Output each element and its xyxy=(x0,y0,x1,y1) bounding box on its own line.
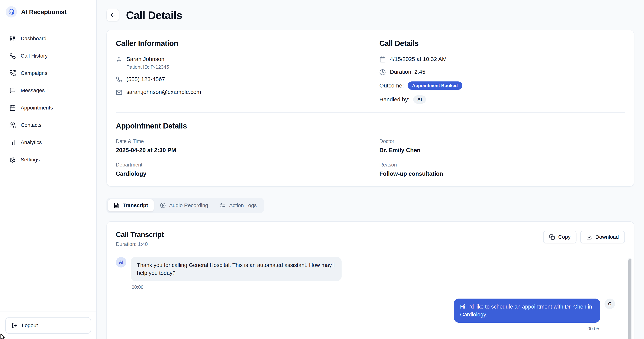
call-duration: Duration: 2:45 xyxy=(390,69,425,75)
back-button[interactable] xyxy=(106,9,119,22)
field-label: Date & Time xyxy=(116,138,361,144)
ai-avatar: AI xyxy=(116,257,126,268)
field-label: Department xyxy=(116,162,361,168)
call-details-card: Caller Information Sarah Johnson Patient… xyxy=(106,30,634,186)
caller-information-section: Caller Information Sarah Johnson Patient… xyxy=(116,39,361,109)
download-icon xyxy=(586,234,592,240)
sidebar-item-messages[interactable]: Messages xyxy=(4,83,92,98)
arrow-left-icon xyxy=(110,12,116,18)
handled-by-badge: AI xyxy=(413,96,426,104)
phone-icon xyxy=(10,53,16,59)
tab-transcript[interactable]: Transcript xyxy=(108,200,154,212)
tab-label: Audio Recording xyxy=(169,202,208,208)
sidebar-item-label: Settings xyxy=(21,157,40,163)
transcript-messages: AI Thank you for calling General Hospita… xyxy=(116,257,625,339)
copy-button[interactable]: Copy xyxy=(543,231,576,244)
sidebar-item-label: Contacts xyxy=(21,122,42,128)
call-details-heading: Call Details xyxy=(379,39,625,48)
mouse-cursor xyxy=(0,333,6,339)
calendar-icon xyxy=(379,56,386,63)
appointment-field-datetime: Date & Time 2025-04-20 at 2:30 PM xyxy=(116,138,361,154)
call-duration-row: Duration: 2:45 xyxy=(379,69,625,76)
logout-icon xyxy=(12,322,18,328)
transcript-duration: Duration: 1:40 xyxy=(116,241,164,247)
card-divider xyxy=(116,112,625,113)
headset-icon xyxy=(8,9,14,15)
message-ai-1: AI Thank you for calling General Hospita… xyxy=(116,257,615,290)
calendar-icon xyxy=(10,104,16,111)
field-value: Follow-up consultation xyxy=(379,170,625,177)
tab-audio-recording[interactable]: Audio Recording xyxy=(154,200,214,212)
sidebar-item-label: Campaigns xyxy=(21,70,48,76)
sidebar-item-label: Messages xyxy=(21,88,45,94)
sidebar-item-call-history[interactable]: Call History xyxy=(4,48,92,64)
handled-by-row: Handled by: AI xyxy=(379,96,625,104)
outcome-label: Outcome: xyxy=(379,82,404,89)
app-title: AI Receptionist xyxy=(21,8,66,16)
tab-bar: Transcript Audio Recording Action Logs xyxy=(106,198,264,213)
appointment-field-department: Department Cardiology xyxy=(116,162,361,177)
page-title: Call Details xyxy=(126,9,182,22)
main-content: Call Details Caller Information Sarah Jo… xyxy=(97,0,644,339)
message-timestamp: 00:05 xyxy=(454,326,600,332)
sidebar-item-campaigns[interactable]: Campaigns xyxy=(4,66,92,81)
patient-id: Patient ID: P-12345 xyxy=(126,64,169,70)
transcript-scrollbar[interactable] xyxy=(628,258,632,339)
message-square-icon xyxy=(10,87,16,94)
download-label: Download xyxy=(595,234,619,240)
scrollbar-thumb[interactable] xyxy=(628,259,632,339)
message-timestamp: 00:00 xyxy=(131,284,342,290)
sidebar-nav: Dashboard Call History Campaigns Message… xyxy=(0,24,96,174)
list-checks-icon xyxy=(220,202,226,208)
caller-avatar: C xyxy=(604,298,615,309)
message-bubble: Thank you for calling General Hospital. … xyxy=(131,257,342,281)
copy-icon xyxy=(549,234,555,240)
phone-icon xyxy=(116,76,122,83)
call-details-section: Call Details 4/15/2025 at 10:32 AM Durat… xyxy=(379,39,625,109)
sidebar-item-label: Call History xyxy=(21,53,48,59)
mail-icon xyxy=(116,89,122,96)
caller-email: sarah.johnson@example.com xyxy=(126,89,201,95)
play-circle-icon xyxy=(160,202,166,208)
sidebar-item-appointments[interactable]: Appointments xyxy=(4,100,92,116)
field-label: Doctor xyxy=(379,138,625,144)
message-caller-1: Hi, I'd like to schedule an appointment … xyxy=(116,298,615,332)
appointment-details-heading: Appointment Details xyxy=(116,122,625,130)
app-logo xyxy=(6,6,17,18)
download-button[interactable]: Download xyxy=(580,231,625,244)
sidebar-item-settings[interactable]: Settings xyxy=(4,152,92,168)
sidebar: AI Receptionist Dashboard Call History C… xyxy=(0,0,97,339)
file-text-icon xyxy=(114,202,119,208)
gear-icon xyxy=(10,156,16,163)
handled-by-label: Handled by: xyxy=(379,96,410,103)
sidebar-item-contacts[interactable]: Contacts xyxy=(4,118,92,133)
caller-phone: (555) 123-4567 xyxy=(126,76,165,82)
caller-information-heading: Caller Information xyxy=(116,39,361,48)
caller-name-row: Sarah Johnson Patient ID: P-12345 xyxy=(116,56,361,70)
transcript-title: Call Transcript xyxy=(116,231,164,239)
message-bubble: Hi, I'd like to schedule an appointment … xyxy=(454,298,600,323)
call-details-page: AI Receptionist Dashboard Call History C… xyxy=(0,0,644,339)
appointment-field-doctor: Doctor Dr. Emily Chen xyxy=(379,138,625,154)
logout-button[interactable]: Logout xyxy=(5,317,91,334)
field-value: Dr. Emily Chen xyxy=(379,147,625,154)
sidebar-item-analytics[interactable]: Analytics xyxy=(4,135,92,150)
caller-name: Sarah Johnson xyxy=(126,56,169,62)
outcome-badge: Appointment Booked xyxy=(408,82,462,90)
clock-icon xyxy=(379,69,386,76)
tab-action-logs[interactable]: Action Logs xyxy=(214,200,262,212)
field-value: Cardiology xyxy=(116,170,361,177)
logout-label: Logout xyxy=(22,322,38,328)
sidebar-header: AI Receptionist xyxy=(0,0,96,24)
sidebar-footer: Logout xyxy=(0,312,96,339)
tab-label: Transcript xyxy=(123,202,148,208)
transcript-header: Call Transcript Duration: 1:40 Copy Down… xyxy=(116,231,625,247)
users-icon xyxy=(10,122,16,128)
page-header: Call Details xyxy=(106,9,634,22)
sidebar-item-label: Analytics xyxy=(21,140,42,146)
tab-label: Action Logs xyxy=(229,202,256,208)
copy-label: Copy xyxy=(558,234,570,240)
caller-phone-row: (555) 123-4567 xyxy=(116,76,361,83)
field-label: Reason xyxy=(379,162,625,168)
sidebar-item-dashboard[interactable]: Dashboard xyxy=(4,31,92,46)
